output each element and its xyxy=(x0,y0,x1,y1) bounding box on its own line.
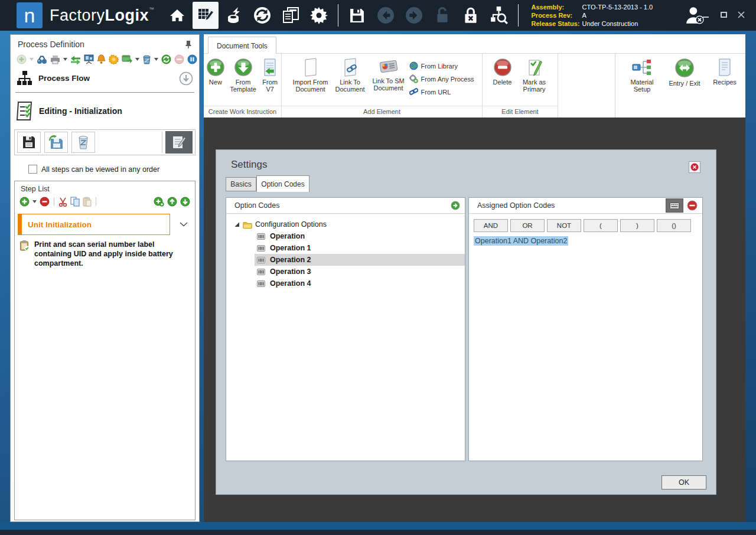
process-search-icon[interactable] xyxy=(486,2,512,29)
minimize-button[interactable] xyxy=(702,11,710,19)
move-up-icon[interactable] xyxy=(167,197,177,207)
not-button[interactable]: NOT xyxy=(547,219,581,232)
process-toolbar xyxy=(11,50,199,67)
brand-wordmark: FactoryLogix™ xyxy=(50,6,155,25)
add-step-icon[interactable] xyxy=(19,197,30,207)
import-save-button[interactable] xyxy=(44,132,68,153)
close-button[interactable] xyxy=(737,11,745,19)
home-icon[interactable] xyxy=(164,2,190,29)
from-library-button[interactable]: From Library xyxy=(409,61,474,70)
export-window-icon[interactable] xyxy=(122,55,132,64)
recycle-caret-icon[interactable] xyxy=(154,58,158,61)
ok-button[interactable]: OK xyxy=(662,475,706,490)
close-paren-button[interactable]: ) xyxy=(620,219,654,232)
dialog-close-button[interactable] xyxy=(689,161,700,173)
print-icon[interactable] xyxy=(50,55,60,64)
step-item[interactable]: Unit Initialization xyxy=(18,214,190,235)
editing-row: Editing - Initialization xyxy=(11,94,199,127)
forward-icon[interactable] xyxy=(401,2,427,29)
add-process-icon[interactable] xyxy=(17,54,27,64)
tree-node-configuration-options[interactable]: Configuration Options xyxy=(226,218,465,230)
documents-icon[interactable] xyxy=(278,2,304,29)
link-to-document-button[interactable]: Link To Document xyxy=(331,57,369,106)
expression-area[interactable]: Operation1 AND Operation2 xyxy=(474,237,702,245)
find-icon[interactable] xyxy=(37,55,47,64)
clipboard-check-icon xyxy=(19,240,30,268)
recipes-button[interactable]: Recipes xyxy=(710,57,739,118)
unlock-icon[interactable] xyxy=(429,2,455,29)
tree-node-operation-4[interactable]: Operation 4 xyxy=(255,278,465,289)
delete-element-button[interactable]: Delete xyxy=(488,57,517,106)
move-down-icon[interactable] xyxy=(180,197,190,207)
and-button[interactable]: AND xyxy=(474,219,508,232)
lock-x-icon[interactable] xyxy=(458,2,484,29)
delete-step-button[interactable] xyxy=(71,132,95,153)
remove-step-icon[interactable] xyxy=(40,197,50,207)
tab-option-codes[interactable]: Option Codes xyxy=(256,175,309,192)
chevron-down-icon[interactable] xyxy=(180,222,188,227)
print-caret-icon[interactable] xyxy=(63,58,67,61)
presentation-icon[interactable] xyxy=(84,54,94,64)
from-any-process-button[interactable]: From Any Process xyxy=(409,74,474,83)
pin-icon[interactable] xyxy=(185,40,192,49)
back-icon[interactable] xyxy=(373,2,399,29)
tree-node-operation-2[interactable]: Operation 2 xyxy=(255,254,465,266)
open-paren-button[interactable]: ( xyxy=(584,219,618,232)
add-process-caret-icon[interactable] xyxy=(30,58,34,61)
import-from-document-button[interactable]: Import From Document xyxy=(290,57,331,106)
group-label-add: Add Element xyxy=(282,106,482,118)
tab-basics[interactable]: Basics xyxy=(226,177,256,191)
edit-mode-button[interactable] xyxy=(165,131,193,154)
pause-icon[interactable] xyxy=(187,54,197,64)
gear-star-icon[interactable] xyxy=(109,54,119,64)
tree-node-operation-3[interactable]: Operation 3 xyxy=(255,266,465,278)
assign-option-icon[interactable] xyxy=(451,201,460,210)
remove-process-icon[interactable] xyxy=(174,54,184,64)
settings-gear-icon[interactable] xyxy=(306,2,332,29)
tree-item-label: Operation xyxy=(270,232,305,240)
swap-steps-icon[interactable] xyxy=(70,55,81,64)
step-list: Step List Unit Initialization xyxy=(14,181,195,520)
entry-exit-button[interactable]: Entry / Exit xyxy=(665,57,704,118)
link-to-document-label: Link To Document xyxy=(331,79,369,93)
from-v7-button[interactable]: From V7 xyxy=(259,57,281,106)
new-button[interactable]: New xyxy=(204,57,227,106)
or-button[interactable]: OR xyxy=(510,219,545,232)
any-order-label: All steps can be viewed in any order xyxy=(41,165,159,174)
any-order-checkbox[interactable] xyxy=(28,165,37,174)
remove-assigned-icon[interactable] xyxy=(687,200,698,211)
sync-icon[interactable] xyxy=(249,2,275,29)
tree-node-operation[interactable]: Operation xyxy=(255,230,465,242)
save-icon[interactable] xyxy=(344,2,370,29)
process-flow-row[interactable]: Process Flow xyxy=(11,67,199,91)
from-url-button[interactable]: From URL xyxy=(409,87,474,96)
mark-as-primary-button[interactable]: Mark as Primary xyxy=(517,57,552,106)
step-description-row: Print and scan serial number label conta… xyxy=(19,240,189,268)
copy-icon[interactable] xyxy=(70,197,80,207)
paste-icon[interactable] xyxy=(83,197,92,207)
export-caret-icon[interactable] xyxy=(135,58,139,61)
add-step-caret-icon[interactable] xyxy=(32,200,37,203)
work-instructions-icon[interactable] xyxy=(193,2,219,29)
keypad-toggle-button[interactable] xyxy=(666,198,683,213)
link-to-sm-document-button[interactable]: Link To SM Document xyxy=(369,57,408,106)
material-setup-button[interactable]: Material Setup xyxy=(625,57,659,118)
from-template-button[interactable]: From Template xyxy=(227,57,259,106)
bell-icon[interactable] xyxy=(97,54,106,64)
tab-document-tools[interactable]: Document Tools xyxy=(208,37,276,54)
link-to-sm-document-label: Link To SM Document xyxy=(369,77,408,92)
group-add-element: Import From Document Link To Document Li… xyxy=(282,54,483,118)
option-codes-header: Option Codes xyxy=(234,201,279,210)
save-step-button[interactable] xyxy=(17,132,41,153)
paren-pair-button[interactable]: () xyxy=(657,219,691,232)
recycle-icon[interactable] xyxy=(142,54,151,64)
maximize-button[interactable] xyxy=(719,11,728,19)
tree-node-operation-1[interactable]: Operation 1 xyxy=(255,242,465,254)
collapse-circle-icon[interactable] xyxy=(179,71,193,86)
insert-step-icon[interactable] xyxy=(154,197,164,207)
save-toolbar xyxy=(14,129,195,155)
assigned-header: Assigned Option Codes xyxy=(477,201,555,210)
refresh-icon[interactable] xyxy=(161,54,171,64)
import-data-icon[interactable] xyxy=(221,2,247,29)
cut-icon[interactable] xyxy=(58,197,67,207)
